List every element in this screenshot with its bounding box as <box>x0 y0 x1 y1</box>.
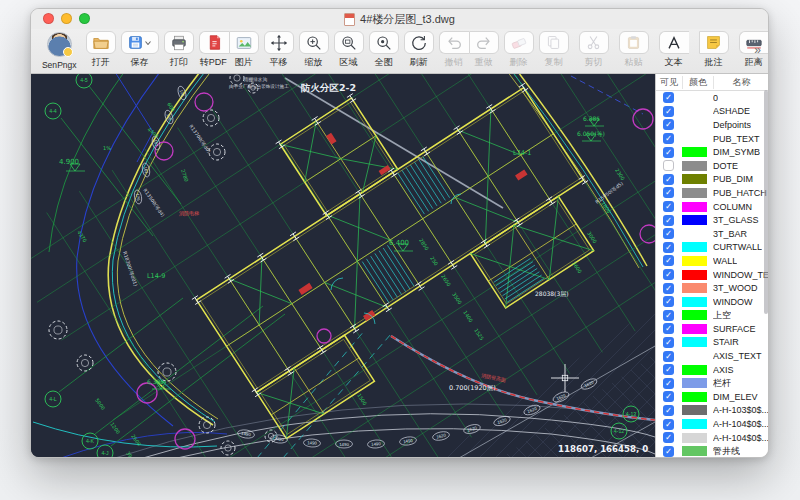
layer-color-swatch[interactable] <box>682 106 707 116</box>
layer-row[interactable]: ✓COLUMN <box>656 200 769 214</box>
layer-visibility-checkbox[interactable]: ✓ <box>663 391 674 402</box>
layer-color-swatch[interactable] <box>682 433 707 443</box>
toolbar-button-undo[interactable]: 撤销 <box>439 31 469 69</box>
layer-visibility-checkbox[interactable] <box>663 160 674 171</box>
toolbar-button-paste[interactable]: 粘贴 <box>619 31 649 69</box>
layer-color-swatch[interactable] <box>682 297 707 307</box>
layer-visibility-checkbox[interactable]: ✓ <box>663 147 674 158</box>
layer-color-swatch[interactable] <box>682 446 707 456</box>
layer-color-swatch[interactable] <box>682 419 707 429</box>
layer-row[interactable]: ✓WALL <box>656 254 769 268</box>
layer-row[interactable]: ✓管井线 <box>656 444 769 458</box>
toolbar-button-save[interactable]: 保存 <box>121 31 159 69</box>
layer-color-swatch[interactable] <box>682 324 707 334</box>
title-bar[interactable]: 4#楼分层图_t3.dwg <box>31 9 768 29</box>
scrollbar-thumb[interactable] <box>764 90 768 314</box>
layer-color-swatch[interactable] <box>682 378 707 388</box>
layer-row[interactable]: ✓DIM_ELEV <box>656 390 769 404</box>
layer-row[interactable]: ✓SURFACE <box>656 322 769 336</box>
layer-color-swatch[interactable] <box>682 174 707 184</box>
layer-visibility-checkbox[interactable]: ✓ <box>663 323 674 334</box>
user-avatar[interactable] <box>47 32 72 57</box>
toolbar-button-print[interactable]: 打印 <box>164 31 194 69</box>
layer-row[interactable]: ✓AXIS_TEXT <box>656 349 769 363</box>
layer-visibility-checkbox[interactable]: ✓ <box>663 378 674 389</box>
layer-visibility-checkbox[interactable]: ✓ <box>663 283 674 294</box>
layer-row[interactable]: ✓ASHADE <box>656 105 769 119</box>
layer-color-swatch[interactable] <box>682 365 707 375</box>
layer-visibility-checkbox[interactable]: ✓ <box>663 228 674 239</box>
layer-row[interactable]: ✓Defpoints <box>656 118 769 132</box>
layer-color-swatch[interactable] <box>682 270 707 280</box>
layer-visibility-checkbox[interactable]: ✓ <box>663 201 674 212</box>
layer-row[interactable]: ✓PUB_DIM <box>656 173 769 187</box>
toolbar-button-region-zoom[interactable]: 区域 <box>334 31 364 69</box>
layer-color-swatch[interactable] <box>682 229 707 239</box>
layer-color-swatch[interactable] <box>682 337 707 347</box>
layer-row[interactable]: ✓PUB_HATCH <box>656 186 769 200</box>
layer-row[interactable]: ✓CURTWALL <box>656 241 769 255</box>
layer-visibility-checkbox[interactable]: ✓ <box>663 92 674 103</box>
layer-row[interactable]: ✓3T_GLASS <box>656 213 769 227</box>
layer-row[interactable]: ✓AXIS <box>656 363 769 377</box>
layer-row[interactable]: ✓WINDOW_TE... <box>656 268 769 282</box>
toolbar-button-annotate[interactable]: 批注 <box>699 31 729 69</box>
layer-visibility-checkbox[interactable]: ✓ <box>663 174 674 185</box>
layer-color-swatch[interactable] <box>682 392 707 402</box>
layer-row[interactable]: ✓0 <box>656 91 769 105</box>
layer-color-swatch[interactable] <box>682 202 707 212</box>
layer-color-swatch[interactable] <box>682 405 707 415</box>
toolbar-button-text[interactable]: 文本 <box>659 31 689 69</box>
toolbar-button-zoom-extents[interactable]: 全图 <box>369 31 399 69</box>
toolbar-button-delete[interactable]: 删除 <box>504 31 534 69</box>
layer-row[interactable]: ✓3T_BAR <box>656 227 769 241</box>
toolbar-button-open[interactable]: 打开 <box>86 31 116 69</box>
toolbar-button-topdf[interactable]: 转PDF <box>199 31 229 69</box>
layer-visibility-checkbox[interactable]: ✓ <box>663 337 674 348</box>
layers-list[interactable]: ✓0✓ASHADE✓Defpoints✓PUB_TEXT✓DIM_SYMBDOT… <box>656 91 769 458</box>
toolbar-button-copy[interactable]: 复制 <box>539 31 569 69</box>
layer-row[interactable]: ✓DIM_SYMB <box>656 145 769 159</box>
layer-visibility-checkbox[interactable]: ✓ <box>663 432 674 443</box>
layer-color-swatch[interactable] <box>682 256 707 266</box>
layer-row[interactable]: ✓A-H-104$0$... <box>656 431 769 445</box>
layer-row[interactable]: ✓A-H-104$0$... <box>656 417 769 431</box>
layer-color-swatch[interactable] <box>682 134 707 144</box>
layer-color-swatch[interactable] <box>682 351 707 361</box>
layer-visibility-checkbox[interactable]: ✓ <box>663 242 674 253</box>
layer-row[interactable]: ✓A-H-103$0$... <box>656 404 769 418</box>
layer-row[interactable]: ✓WINDOW <box>656 295 769 309</box>
layer-visibility-checkbox[interactable]: ✓ <box>663 119 674 130</box>
toolbar-button-refresh[interactable]: 刷新 <box>404 31 434 69</box>
toolbar-button-cut[interactable]: 剪切 <box>579 31 609 69</box>
layer-color-swatch[interactable] <box>682 310 707 320</box>
layer-visibility-checkbox[interactable]: ✓ <box>663 269 674 280</box>
layer-visibility-checkbox[interactable]: ✓ <box>663 215 674 226</box>
layer-row[interactable]: ✓栏杆 <box>656 376 769 390</box>
toolbar-overflow-chevron[interactable]: » <box>754 43 759 57</box>
layer-row[interactable]: ✓3T_WOOD <box>656 281 769 295</box>
layer-visibility-checkbox[interactable]: ✓ <box>663 255 674 266</box>
layer-color-swatch[interactable] <box>682 188 707 198</box>
toolbar-button-redo[interactable]: 重做 <box>469 31 499 69</box>
layer-visibility-checkbox[interactable]: ✓ <box>663 133 674 144</box>
layer-row[interactable]: DOTE <box>656 159 769 173</box>
toolbar-button-account[interactable]: SenPngx <box>41 32 78 70</box>
layer-visibility-checkbox[interactable]: ✓ <box>663 419 674 430</box>
toolbar-button-pan[interactable]: 平移 <box>264 31 294 69</box>
layer-visibility-checkbox[interactable]: ✓ <box>663 296 674 307</box>
layer-visibility-checkbox[interactable]: ✓ <box>663 310 674 321</box>
layer-row[interactable]: ✓上空 <box>656 309 769 323</box>
toolbar-button-zoom[interactable]: 缩放 <box>299 31 329 69</box>
cad-canvas[interactable]: 1490149014901490149014901620162016201620… <box>31 74 655 458</box>
layer-visibility-checkbox[interactable]: ✓ <box>663 446 674 457</box>
layer-visibility-checkbox[interactable]: ✓ <box>663 351 674 362</box>
layer-row[interactable]: ✓STAIR <box>656 336 769 350</box>
layer-color-swatch[interactable] <box>682 215 707 225</box>
layer-color-swatch[interactable] <box>682 242 707 252</box>
layer-color-swatch[interactable] <box>682 93 707 103</box>
toolbar-button-image[interactable]: 图片 <box>229 31 259 69</box>
layer-color-swatch[interactable] <box>682 120 707 130</box>
layer-visibility-checkbox[interactable]: ✓ <box>663 364 674 375</box>
layer-visibility-checkbox[interactable]: ✓ <box>663 106 674 117</box>
